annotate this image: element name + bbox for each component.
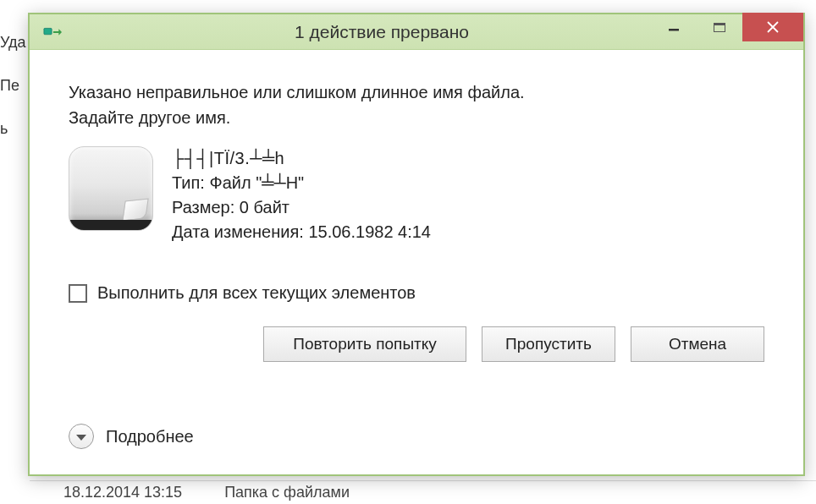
file-size-value: 0 байт	[240, 198, 289, 216]
file-name: ├┤┤|ТЇ/3.┴╧h	[172, 146, 764, 171]
bg-left-fragments: Уда Пе ь	[0, 34, 25, 163]
error-message-line1: Указано неправильное или слишком длинное…	[69, 80, 764, 104]
file-size-row: Размер: 0 байт	[172, 195, 764, 220]
dialog-body: Указано неправильное или слишком длинное…	[30, 50, 803, 474]
cancel-button[interactable]: Отмена	[631, 326, 764, 362]
svg-rect-1	[669, 29, 679, 31]
apply-all-checkbox[interactable]	[69, 284, 87, 303]
bg-type: Папка с файлами	[224, 484, 350, 501]
error-dialog: 1 действие прервано Указано неправильное…	[28, 13, 805, 476]
file-type-value: Файл "╧┴Н"	[209, 173, 304, 192]
file-size-label: Размер:	[172, 198, 234, 216]
close-button[interactable]	[742, 13, 803, 41]
bg-fragment: Пе	[0, 77, 25, 95]
file-modified-label: Дата изменения:	[172, 222, 304, 241]
file-type-row: Тип: Файл "╧┴Н"	[172, 171, 764, 195]
window-controls	[651, 13, 803, 41]
titlebar[interactable]: 1 действие прервано	[30, 14, 803, 50]
skip-button[interactable]: Пропустить	[482, 326, 615, 362]
file-type-label: Тип:	[172, 173, 205, 192]
details-label: Подробнее	[106, 427, 194, 446]
bg-fragment: ь	[0, 120, 25, 138]
apply-all-label: Выполнить для всех текущих элементов	[97, 283, 416, 303]
details-expander[interactable]: Подробнее	[69, 424, 764, 454]
bg-status-bar: 18.12.2014 13:15 Папка с файлами	[30, 480, 816, 504]
maximize-button[interactable]	[697, 13, 742, 41]
file-modified-row: Дата изменения: 15.06.1982 4:14	[172, 220, 764, 244]
svg-rect-0	[44, 28, 52, 34]
button-row: Повторить попытку Пропустить Отмена	[69, 326, 764, 362]
file-thumbnail-icon	[69, 146, 153, 231]
chevron-down-icon[interactable]	[69, 424, 94, 449]
bg-fragment: Уда	[0, 34, 25, 52]
transfer-icon	[43, 25, 62, 40]
file-info-row: ├┤┤|ТЇ/3.┴╧h Тип: Файл "╧┴Н" Размер: 0 б…	[69, 146, 764, 244]
file-modified-value: 15.06.1982 4:14	[308, 222, 431, 241]
retry-button[interactable]: Повторить попытку	[263, 326, 466, 362]
apply-all-row[interactable]: Выполнить для всех текущих элементов	[69, 283, 764, 303]
minimize-button[interactable]	[651, 13, 697, 41]
bg-date: 18.12.2014 13:15	[63, 484, 182, 501]
error-message-line2: Задайте другое имя.	[69, 106, 764, 129]
file-details: ├┤┤|ТЇ/3.┴╧h Тип: Файл "╧┴Н" Размер: 0 б…	[172, 146, 764, 244]
